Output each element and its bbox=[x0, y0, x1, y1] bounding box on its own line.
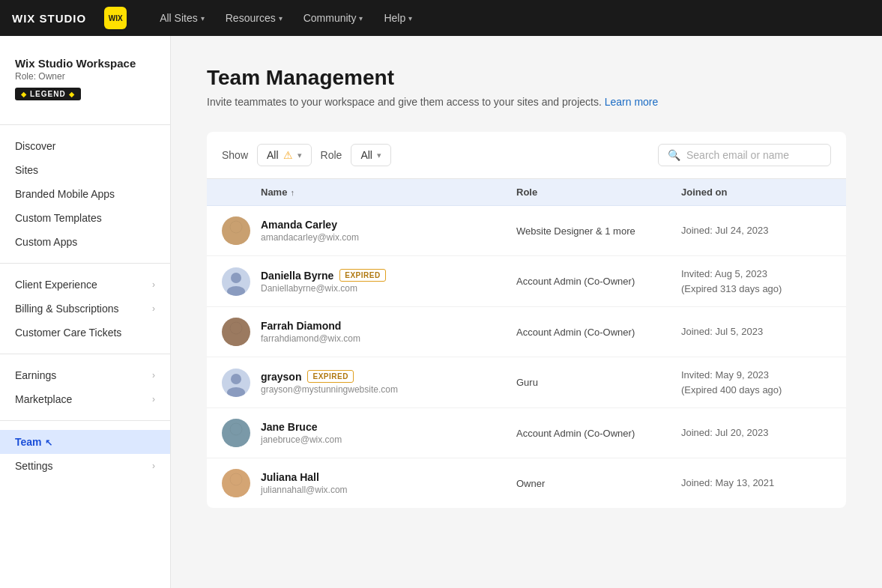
svg-point-3 bbox=[227, 286, 245, 296]
member-role: Owner bbox=[516, 478, 681, 489]
member-name-text: grayson bbox=[261, 371, 301, 383]
member-joined: Invited: Aug 5, 2023(Expired 313 days ag… bbox=[681, 267, 831, 296]
chevron-down-icon: ▾ bbox=[201, 14, 205, 22]
sidebar-item-custom-templates[interactable]: Custom Templates bbox=[0, 206, 170, 230]
member-info: Jane Brucejanebruce@wix.com bbox=[261, 421, 516, 445]
sidebar-item-label-billing-subscriptions: Billing & Subscriptions bbox=[15, 303, 119, 315]
chevron-right-icon: › bbox=[152, 394, 155, 404]
sidebar-item-customer-care-tickets[interactable]: Customer Care Tickets bbox=[0, 321, 170, 345]
legend-diamond-right: ◆ bbox=[69, 91, 75, 98]
chevron-down-icon: ▾ bbox=[408, 14, 412, 22]
sidebar-item-label-marketplace: Marketplace bbox=[15, 393, 72, 405]
member-info: graysonEXPIREDgrayson@mystunningwebsite.… bbox=[261, 370, 516, 395]
member-role: Account Admin (Co-Owner) bbox=[516, 428, 681, 439]
member-role: Website Designer & 1 more bbox=[516, 225, 681, 237]
logo[interactable]: WIX STUDIO bbox=[12, 12, 86, 25]
member-name-text: Daniella Byrne bbox=[261, 270, 333, 282]
sidebar-item-settings[interactable]: Settings› bbox=[0, 454, 170, 478]
avatar-2 bbox=[222, 267, 250, 296]
avatar-6 bbox=[222, 469, 250, 497]
chevron-right-icon: › bbox=[152, 303, 155, 314]
workspace-info: Wix Studio Workspace Role: Owner ◆ LEGEN… bbox=[0, 51, 170, 115]
sidebar-item-marketplace[interactable]: Marketplace› bbox=[0, 387, 170, 411]
member-email: Daniellabyrne@wix.com bbox=[261, 283, 516, 294]
sidebar-item-label-branded-mobile-apps: Branded Mobile Apps bbox=[15, 188, 115, 200]
sidebar-item-label-team: Team↖ bbox=[15, 436, 52, 448]
sidebar-item-label-sites: Sites bbox=[15, 164, 38, 176]
sidebar-item-team[interactable]: Team↖ bbox=[0, 430, 170, 454]
sidebar-divider-4 bbox=[0, 420, 170, 421]
table-row[interactable]: Daniella ByrneEXPIREDDaniellabyrne@wix.c… bbox=[207, 256, 846, 307]
avatar-3 bbox=[222, 318, 250, 346]
col-name[interactable]: Name ↑ bbox=[261, 187, 516, 198]
col-joined-label: Joined on bbox=[681, 187, 727, 198]
role-filter-chevron: ▾ bbox=[377, 151, 381, 160]
sidebar-divider-2 bbox=[0, 263, 170, 264]
col-joined: Joined on bbox=[681, 187, 831, 198]
member-joined: Joined: May 13, 2021 bbox=[681, 476, 831, 491]
warning-icon: ⚠ bbox=[283, 149, 293, 161]
sidebar-item-earnings[interactable]: Earnings› bbox=[0, 363, 170, 387]
topnav-item-resources[interactable]: Resources▾ bbox=[217, 7, 292, 28]
member-role: Account Admin (Co-Owner) bbox=[516, 276, 681, 287]
sidebar-item-label-customer-care-tickets: Customer Care Tickets bbox=[15, 327, 121, 339]
sidebar-item-billing-subscriptions[interactable]: Billing & Subscriptions› bbox=[0, 297, 170, 321]
chevron-right-icon: › bbox=[152, 370, 155, 381]
chevron-down-icon: ▾ bbox=[279, 14, 283, 22]
sidebar-item-label-client-experience: Client Experience bbox=[15, 279, 97, 291]
sidebar-item-label-custom-apps: Custom Apps bbox=[15, 236, 77, 248]
table-row[interactable]: Juliana Halljuliannahall@wix.comOwnerJoi… bbox=[207, 458, 846, 508]
sidebar-items: DiscoverSitesBranded Mobile AppsCustom T… bbox=[0, 134, 170, 478]
top-nav-items: All Sites▾Resources▾Community▾Help▾ bbox=[151, 7, 421, 28]
sidebar-item-label-earnings: Earnings bbox=[15, 369, 56, 381]
chevron-right-icon: › bbox=[152, 461, 155, 471]
search-icon: 🔍 bbox=[668, 149, 680, 161]
svg-point-9 bbox=[230, 423, 242, 435]
table-row[interactable]: Farrah Diamondfarrahdiamond@wix.comAccou… bbox=[207, 307, 846, 357]
show-filter-dropdown[interactable]: All ⚠ ▾ bbox=[257, 144, 312, 166]
role-filter-dropdown[interactable]: All ▾ bbox=[351, 144, 391, 166]
svg-point-7 bbox=[227, 387, 245, 397]
search-input[interactable] bbox=[686, 149, 821, 161]
topnav-item-help[interactable]: Help▾ bbox=[375, 7, 421, 28]
svg-point-2 bbox=[231, 273, 241, 283]
sidebar-item-client-experience[interactable]: Client Experience› bbox=[0, 273, 170, 297]
member-name-text: Jane Bruce bbox=[261, 421, 317, 433]
col-role-label: Role bbox=[516, 187, 537, 198]
sidebar-item-discover[interactable]: Discover bbox=[0, 134, 170, 158]
member-avatar bbox=[222, 267, 261, 296]
table-row[interactable]: graysonEXPIREDgrayson@mystunningwebsite.… bbox=[207, 357, 846, 408]
sidebar-item-branded-mobile-apps[interactable]: Branded Mobile Apps bbox=[0, 182, 170, 206]
sidebar: Wix Studio Workspace Role: Owner ◆ LEGEN… bbox=[0, 36, 171, 588]
legend-badge: ◆ LEGEND ◆ bbox=[15, 88, 81, 100]
sidebar-item-custom-apps[interactable]: Custom Apps bbox=[0, 230, 170, 254]
avatar-4 bbox=[222, 369, 250, 397]
member-name-text: Juliana Hall bbox=[261, 471, 319, 483]
member-role: Account Admin (Co-Owner) bbox=[516, 327, 681, 338]
search-box[interactable]: 🔍 bbox=[658, 144, 831, 166]
sidebar-item-sites[interactable]: Sites bbox=[0, 158, 170, 182]
member-role: Guru bbox=[516, 377, 681, 388]
main-content: Team Management Invite teammates to your… bbox=[171, 36, 882, 588]
cursor-indicator: ↖ bbox=[45, 437, 52, 448]
topnav-item-community[interactable]: Community▾ bbox=[294, 7, 372, 28]
svg-point-1 bbox=[230, 221, 242, 233]
member-joined: Invited: May 9, 2023(Expired 400 days ag… bbox=[681, 368, 831, 397]
page-title: Team Management bbox=[207, 66, 846, 90]
member-email: juliannahall@wix.com bbox=[261, 485, 516, 495]
col-role: Role bbox=[516, 187, 681, 198]
member-name: Daniella ByrneEXPIRED bbox=[261, 269, 516, 282]
member-name: Juliana Hall bbox=[261, 471, 516, 483]
sort-arrow-icon: ↑ bbox=[290, 188, 294, 197]
expired-badge: EXPIRED bbox=[307, 370, 353, 383]
subtitle-text: Invite teammates to your workspace and g… bbox=[207, 96, 602, 108]
table-row[interactable]: Jane Brucejanebruce@wix.comAccount Admin… bbox=[207, 408, 846, 458]
topnav-item-all-sites[interactable]: All Sites▾ bbox=[151, 7, 214, 28]
workspace-dropdown[interactable]: WIX bbox=[104, 7, 127, 29]
learn-more-link[interactable]: Learn more bbox=[605, 96, 659, 108]
member-name: Farrah Diamond bbox=[261, 320, 516, 332]
col-name-label: Name bbox=[261, 187, 287, 198]
table-row[interactable]: Amanda Carleyamandacarley@wix.comWebsite… bbox=[207, 206, 846, 256]
member-email: janebruce@wix.com bbox=[261, 434, 516, 445]
page-subtitle: Invite teammates to your workspace and g… bbox=[207, 96, 846, 108]
